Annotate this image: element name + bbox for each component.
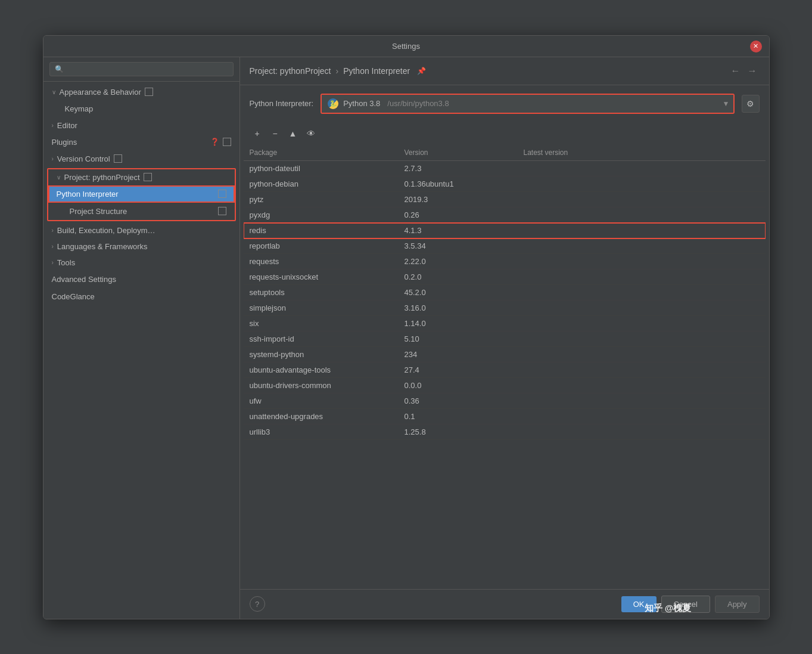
package-version: 1.25.8 xyxy=(405,427,524,436)
sidebar-item-project-structure[interactable]: Project Structure xyxy=(48,203,235,220)
table-row[interactable]: requests-unixsocket0.2.0 xyxy=(244,269,766,285)
package-version: 3.5.34 xyxy=(405,241,524,250)
sidebar-item-editor[interactable]: › Editor xyxy=(43,117,239,134)
sidebar-item-version-control[interactable]: › Version Control xyxy=(43,151,239,167)
sidebar-item-label: Version Control xyxy=(57,154,110,163)
package-latest xyxy=(524,334,760,343)
table-row[interactable]: redis4.1.3 xyxy=(244,223,766,238)
table-row[interactable]: python-dateutil2.7.3 xyxy=(244,161,766,176)
interpreter-dropdown[interactable]: 🐍 Python 3.8 /usr/bin/python3.8 xyxy=(322,95,733,113)
sidebar-item-plugins[interactable]: Plugins ❓ xyxy=(43,134,239,151)
table-body: python-dateutil2.7.3python-debian0.1.36u… xyxy=(244,161,766,585)
up-package-button[interactable]: ▲ xyxy=(285,126,301,141)
interpreter-dropdown-wrapper: 🐍 Python 3.8 /usr/bin/python3.8 ▼ xyxy=(321,94,734,114)
sidebar-item-appearance[interactable]: ∨ Appearance & Behavior xyxy=(43,84,239,100)
package-version: 0.1.36ubuntu1 xyxy=(405,179,524,188)
box-icon xyxy=(145,88,153,96)
titlebar: Settings ✕ xyxy=(43,36,769,57)
package-name: ubuntu-advantage-tools xyxy=(250,365,405,374)
sidebar-item-label: CodeGlance xyxy=(52,292,95,301)
search-input[interactable] xyxy=(49,62,234,76)
table-row[interactable]: unattended-upgrades0.1 xyxy=(244,409,766,424)
sidebar-item-tools[interactable]: › Tools xyxy=(43,255,239,271)
package-name: python-debian xyxy=(250,179,405,188)
package-latest xyxy=(524,179,760,188)
col-latest: Latest version xyxy=(524,148,760,157)
box-icon xyxy=(218,190,226,198)
package-name: ubuntu-drivers-common xyxy=(250,381,405,390)
table-row[interactable]: ubuntu-drivers-common0.0.0 xyxy=(244,378,766,393)
table-row[interactable]: six1.14.0 xyxy=(244,316,766,331)
package-name: reportlab xyxy=(250,241,405,250)
package-name: requests-unixsocket xyxy=(250,272,405,281)
package-latest xyxy=(524,427,760,436)
box-icon xyxy=(114,154,122,163)
table-row[interactable]: python-debian0.1.36ubuntu1 xyxy=(244,176,766,192)
package-latest xyxy=(524,319,760,328)
package-latest xyxy=(524,396,760,405)
table-row[interactable]: reportlab3.5.34 xyxy=(244,238,766,254)
breadcrumb-current: Python Interpreter xyxy=(343,66,410,76)
package-version: 0.26 xyxy=(405,210,524,219)
gear-button[interactable]: ⚙ xyxy=(742,95,760,113)
sidebar-nav: ∨ Appearance & Behavior Keymap › Editor … xyxy=(43,82,239,619)
sidebar-item-advanced-settings[interactable]: Advanced Settings xyxy=(43,271,239,288)
sidebar-item-codeglance[interactable]: CodeGlance xyxy=(43,288,239,305)
apply-button[interactable]: Apply xyxy=(715,596,760,613)
package-latest xyxy=(524,381,760,390)
sidebar-item-python-interpreter[interactable]: Python Interpreter xyxy=(48,185,235,203)
package-name: pyxdg xyxy=(250,210,405,219)
col-version: Version xyxy=(405,148,524,157)
help-button[interactable]: ? xyxy=(250,596,265,612)
add-icon: + xyxy=(254,129,259,138)
package-name: unattended-upgrades xyxy=(250,412,405,421)
sidebar-item-label: Python Interpreter xyxy=(57,190,119,199)
table-header: Package Version Latest version xyxy=(244,145,766,161)
package-version: 2019.3 xyxy=(405,195,524,204)
package-version: 0.2.0 xyxy=(405,272,524,281)
table-row[interactable]: simplejson3.16.0 xyxy=(244,300,766,316)
package-name: requests xyxy=(250,257,405,266)
table-row[interactable]: systemd-python234 xyxy=(244,347,766,362)
back-arrow[interactable]: ← xyxy=(729,64,743,78)
package-version: 234 xyxy=(405,350,524,359)
table-row[interactable]: ubuntu-advantage-tools27.4 xyxy=(244,362,766,378)
sidebar-item-keymap[interactable]: Keymap xyxy=(43,100,239,117)
breadcrumb-separator: › xyxy=(335,66,338,76)
sidebar-item-project[interactable]: ∨ Project: pythonProject xyxy=(48,169,235,185)
table-row[interactable]: setuptools45.2.0 xyxy=(244,285,766,300)
sidebar-item-label: Project: pythonProject xyxy=(64,173,140,182)
remove-package-button[interactable]: − xyxy=(267,126,283,141)
chevron-icon: › xyxy=(52,259,54,266)
bottom-bar: ? 知乎 @槐夏 OK Cancel Apply xyxy=(240,589,769,619)
table-row[interactable]: requests2.22.0 xyxy=(244,254,766,269)
forward-arrow[interactable]: → xyxy=(745,64,760,78)
eye-package-button[interactable]: 👁 xyxy=(303,126,319,141)
sidebar-item-label: Keymap xyxy=(65,104,94,113)
add-package-button[interactable]: + xyxy=(250,126,265,141)
sidebar-item-label: Appearance & Behavior xyxy=(60,88,141,97)
sidebar-item-label: Plugins xyxy=(52,138,77,147)
sidebar-item-languages[interactable]: › Languages & Frameworks xyxy=(43,238,239,255)
table-row[interactable]: ufw0.36 xyxy=(244,393,766,409)
package-table: Package Version Latest version python-da… xyxy=(244,145,766,585)
table-row[interactable]: urllib31.25.8 xyxy=(244,424,766,440)
package-latest xyxy=(524,164,760,173)
search-bar xyxy=(43,57,239,82)
package-name: ssh-import-id xyxy=(250,334,405,343)
package-version: 4.1.3 xyxy=(405,226,524,235)
gear-icon: ⚙ xyxy=(746,99,754,109)
help-icon: ? xyxy=(255,600,259,609)
close-button[interactable]: ✕ xyxy=(750,41,762,52)
package-latest xyxy=(524,195,760,204)
table-row[interactable]: pytz2019.3 xyxy=(244,192,766,207)
package-version: 0.36 xyxy=(405,396,524,405)
table-row[interactable]: ssh-import-id5.10 xyxy=(244,331,766,347)
sidebar-item-build[interactable]: › Build, Execution, Deploym… xyxy=(43,222,239,238)
table-row[interactable]: pyxdg0.26 xyxy=(244,207,766,223)
settings-window: Settings ✕ ∨ Appearance & Behavior Keyma… xyxy=(43,35,770,619)
main-panel: Project: pythonProject › Python Interpre… xyxy=(240,57,769,619)
project-section: ∨ Project: pythonProject Python Interpre… xyxy=(47,168,236,221)
package-version: 2.7.3 xyxy=(405,164,524,173)
sidebar-item-label: Advanced Settings xyxy=(52,275,116,284)
